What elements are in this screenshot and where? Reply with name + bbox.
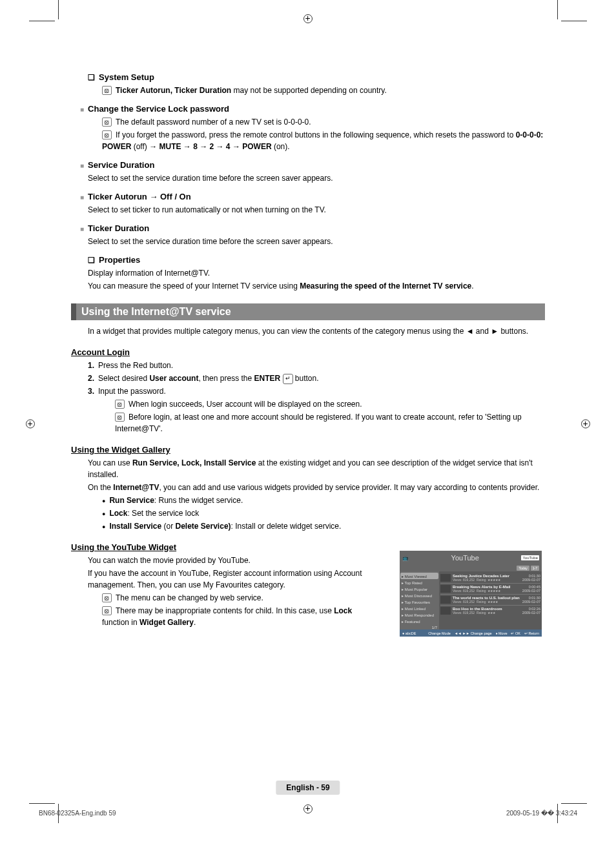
- video-thumb-icon: [440, 585, 451, 593]
- note-youtube-menu: The menu can be changed by web service.: [102, 592, 371, 604]
- note-default-password: The default password number of a new TV …: [102, 116, 545, 128]
- desc-ticker-autorun: Select to set ticker to run automaticall…: [88, 204, 545, 216]
- print-filename: BN68-02325A-Eng.indb 59: [39, 810, 116, 817]
- desc-service-duration: Select to set the service duration time …: [88, 172, 545, 184]
- youtube-side-most-discussed[interactable]: ▸ Most Discussed: [402, 592, 437, 598]
- note-before-login: Before login, at least one and more acco…: [115, 411, 545, 435]
- note-reset-password: If you forget the password, press the re…: [102, 129, 545, 152]
- youtube-title: YouTube: [409, 554, 521, 562]
- step-3: 3.Input the password.: [88, 385, 545, 397]
- step-1: 1.Press the Red button.: [88, 360, 545, 371]
- heading-using-internet-tv: Using the Internet@TV service: [71, 303, 545, 320]
- heading-service-duration: Service Duration: [80, 160, 545, 170]
- video-thumb-icon: [440, 596, 451, 604]
- note-ticker-support: Ticker Autorun, Ticker Duration may not …: [102, 85, 545, 96]
- youtube-video-row[interactable]: The world reacts to U.S. bailout planVie…: [440, 595, 540, 606]
- youtube-widget-preview: 📺 YouTube YouTube Today 1-7 ▸ Most Viewe…: [400, 551, 542, 631]
- heading-widget-gallery: Using the Widget Gallery: [71, 445, 545, 455]
- heading-ticker-autorun: Ticker Autorun → Off / On: [80, 192, 545, 201]
- print-timestamp: 2009-05-19 �� 3:43:24: [506, 810, 577, 817]
- heading-system-setup: System Setup: [88, 72, 545, 82]
- desc-ticker-duration: Select to set the service duration time …: [88, 236, 545, 247]
- youtube-sidebar: ▸ Most Viewed ▸ Top Rated ▸ Most Popular…: [400, 571, 439, 629]
- desc-widget-gallery-1: You can use Run Service, Lock, Install S…: [88, 457, 545, 480]
- step-2: 2.Select desired User account, then pres…: [88, 373, 545, 384]
- youtube-side-most-popular[interactable]: ▸ Most Popular: [402, 586, 437, 592]
- desc-youtube-2: If you have the account in YouTube, Regi…: [88, 568, 371, 591]
- desc-properties-1: Display information of Internet@TV.: [88, 267, 545, 279]
- desc-widget-gallery-2: On the Internet@TV, you can add and use …: [88, 482, 545, 493]
- youtube-side-most-responded[interactable]: ▸ Most Responded: [402, 611, 437, 618]
- youtube-side-top-rated[interactable]: ▸ Top Rated: [402, 579, 437, 586]
- video-thumb-icon: [440, 574, 451, 582]
- youtube-tab-today[interactable]: Today: [517, 566, 529, 571]
- bullet-install-service: Install Service (or Delete Service): Ins…: [102, 520, 545, 532]
- youtube-video-row[interactable]: Boo Hoo in the BoardroomViews: 819,252 R…: [440, 606, 540, 616]
- bullet-run-service: Run Service: Runs the widget service.: [102, 495, 545, 506]
- desc-properties-2: You can measure the speed of your Intern…: [88, 280, 545, 292]
- youtube-logo: YouTube: [521, 555, 539, 560]
- video-thumb-icon: [440, 607, 451, 615]
- enter-icon: ↵: [283, 374, 293, 384]
- youtube-video-list: Seeking Justice Decades LaterViews: 819,…: [439, 571, 542, 629]
- note-login-success: When login succeeds, User account will b…: [115, 398, 545, 410]
- youtube-footer: ● abcDE Change Mode ◄◄ ►► Change page ♦ …: [400, 629, 542, 637]
- youtube-video-row[interactable]: Breaking News Alerts by E-MailViews: 819…: [440, 584, 540, 595]
- heading-ticker-duration: Ticker Duration: [80, 223, 545, 233]
- heading-change-password: Change the Service Lock password: [80, 104, 545, 114]
- youtube-tab-range[interactable]: 1-7: [531, 566, 539, 571]
- youtube-side-featured[interactable]: ▸ Featured: [402, 618, 437, 624]
- tv-icon: 📺: [402, 555, 409, 561]
- bullet-lock: Lock: Set the service lock: [102, 507, 545, 519]
- youtube-video-row[interactable]: Seeking Justice Decades LaterViews: 819,…: [440, 573, 540, 584]
- desc-using-internet-tv: In a widget that provides multiple categ…: [88, 325, 545, 337]
- youtube-side-most-viewed[interactable]: ▸ Most Viewed: [400, 573, 438, 579]
- heading-properties: Properties: [88, 255, 545, 265]
- page-number: English - 59: [276, 781, 340, 795]
- note-youtube-lock: There may be inappropriate contents for …: [102, 605, 371, 628]
- youtube-side-top-favourites[interactable]: ▸ Top Favourites: [402, 598, 437, 605]
- desc-youtube-1: You can watch the movie provided by YouT…: [88, 555, 371, 566]
- youtube-side-most-linked[interactable]: ▸ Most Linked: [402, 605, 437, 611]
- youtube-page-count: 1/7: [402, 624, 437, 630]
- heading-account-login: Account Login: [71, 347, 545, 357]
